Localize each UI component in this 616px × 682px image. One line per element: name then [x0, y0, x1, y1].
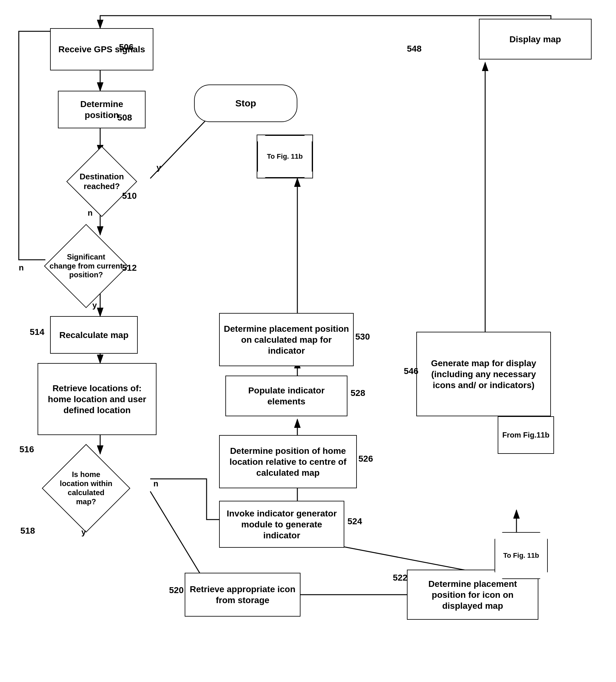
- populate-indicator-box: Populate indicator elements: [225, 376, 347, 416]
- from-fig11b-box: From Fig.11b: [498, 416, 554, 454]
- stop-terminator: Stop: [194, 85, 297, 122]
- stop-label: Stop: [235, 98, 256, 109]
- from-fig11b-label: From Fig.11b: [502, 430, 550, 440]
- recalculate-map-label: Recalculate map: [60, 329, 129, 341]
- invoke-indicator-label: Invoke indicator generator module to gen…: [224, 508, 340, 541]
- determine-placement-icon-label: Determine placement position for icon on…: [411, 578, 534, 611]
- recalculate-map-box: Recalculate map: [50, 316, 138, 354]
- step-524: 524: [347, 517, 362, 526]
- y-label-significant: y: [92, 300, 97, 310]
- step-526: 526: [358, 454, 373, 464]
- to-fig11b-1-box: To Fig. 11b: [257, 135, 313, 178]
- invoke-indicator-box: Invoke indicator generator module to gen…: [219, 501, 344, 548]
- flowchart-diagram: Receive GPS signals 506 Determine positi…: [0, 0, 616, 682]
- step-528: 528: [350, 388, 365, 398]
- retrieve-icon-box: Retrieve appropriate icon from storage: [185, 573, 300, 617]
- determine-position-box: Determine position: [58, 91, 145, 128]
- step-506: 506: [119, 42, 134, 52]
- step-520: 520: [169, 585, 184, 595]
- step-508: 508: [117, 113, 132, 123]
- retrieve-locations-box: Retrieve locations of: home location and…: [38, 363, 157, 435]
- destination-reached-label: Destinationreached?: [79, 172, 124, 191]
- step-516: 516: [19, 445, 34, 454]
- generate-map-box: Generate map for display (including any …: [416, 332, 551, 416]
- to-fig11b-1-label: To Fig. 11b: [267, 152, 303, 161]
- to-fig11b-2-box: To Fig. 11b: [495, 532, 548, 579]
- determine-placement-map-label: Determine placement position on calculat…: [224, 323, 349, 356]
- generate-map-label: Generate map for display (including any …: [421, 358, 547, 391]
- n-label-destination: n: [88, 208, 93, 218]
- receive-gps-box: Receive GPS signals: [50, 28, 153, 70]
- step-514: 514: [30, 327, 44, 337]
- step-518: 518: [20, 526, 35, 536]
- step-546: 546: [404, 366, 418, 376]
- determine-home-position-box: Determine position of home location rela…: [219, 435, 357, 488]
- populate-indicator-label: Populate indicator elements: [230, 385, 343, 407]
- display-map-label: Display map: [509, 34, 561, 45]
- step-548: 548: [407, 44, 421, 54]
- significant-change-label: Significantchange from currentposition?: [49, 253, 122, 279]
- n-label-significant: n: [19, 263, 24, 273]
- y-label-home: y: [82, 527, 86, 537]
- step-530: 530: [355, 332, 370, 342]
- retrieve-locations-label: Retrieve locations of: home location and…: [42, 383, 152, 416]
- to-fig11b-2-label: To Fig. 11b: [503, 551, 539, 560]
- determine-placement-map-box: Determine placement position on calculat…: [219, 313, 354, 366]
- step-522: 522: [393, 573, 408, 583]
- is-home-within-label: Is homelocation withincalculatedmap?: [60, 470, 112, 506]
- is-home-within-diamond: Is homelocation withincalculatedmap?: [19, 451, 153, 526]
- determine-home-position-label: Determine position of home location rela…: [224, 446, 352, 478]
- destination-reached-diamond: Destinationreached?: [45, 150, 158, 213]
- retrieve-icon-label: Retrieve appropriate icon from storage: [189, 584, 296, 606]
- y-label-destination: y: [157, 163, 161, 173]
- n-label-home: n: [153, 479, 158, 488]
- step-510: 510: [122, 191, 137, 201]
- display-map-box: Display map: [479, 19, 592, 60]
- step-512: 512: [122, 263, 137, 273]
